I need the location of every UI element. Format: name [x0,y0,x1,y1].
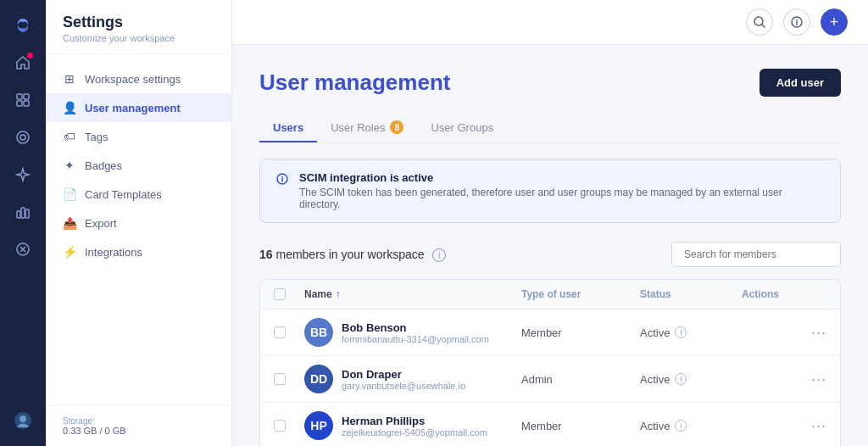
svg-rect-0 [17,94,22,99]
name-column-header: Name ↑ [304,288,521,300]
status-info-icon-0[interactable]: i [675,326,687,338]
search-input[interactable] [671,242,841,267]
main-area: + User management Add user UsersUser Rol… [232,0,868,446]
nav-label-6: Integrations [85,246,142,259]
nav-label-1: User management [85,102,181,114]
sidebar-item-card-templates[interactable]: 📄Card Templates [46,180,231,209]
user-type-2: Member [521,420,640,432]
sparkle-icon[interactable] [8,159,38,190]
sidebar: Settings Customize your workspace ⊞Works… [46,0,232,446]
sidebar-subtitle: Customize your workspace [63,33,214,43]
content-area: User management Add user UsersUser Roles… [232,45,868,446]
nav-icon-5: 📤 [63,216,76,230]
members-count: 16 [259,248,273,261]
logo-icon[interactable] [8,10,38,41]
action-menu-0[interactable]: ··· [742,324,826,342]
icon-rail [0,0,46,446]
status-info-icon-1[interactable]: i [675,373,687,385]
user-type-1: Admin [521,373,640,386]
user-avatar-icon[interactable] [8,405,38,436]
svg-rect-1 [24,94,29,99]
sidebar-title: Settings [63,14,214,31]
tab-label-1: User Roles [331,121,385,134]
scim-title: SCIM integration is active [299,171,825,184]
barchart-icon[interactable] [8,197,38,227]
row-checkbox-0[interactable] [274,326,304,338]
nav-icon-0: ⊞ [63,72,76,86]
status-column-header: Status [640,288,742,300]
home-icon[interactable] [8,47,38,78]
table-header: Name ↑ Type of user Status Actions [260,280,840,309]
nav-icon-6: ⚡ [63,245,76,259]
nav-label-3: Badges [85,159,122,172]
cross-icon[interactable] [8,234,38,265]
avatar-0: BB [304,318,333,347]
nav-label-4: Card Templates [85,188,162,201]
page-header: User management Add user [259,69,841,97]
user-type-0: Member [521,326,640,339]
action-menu-2[interactable]: ··· [742,417,826,435]
members-info-icon[interactable]: i [432,248,446,262]
sort-icon[interactable]: ↑ [336,288,341,300]
user-details-0: Bob Benson fommibanauttu-3314@yopmail.co… [342,321,489,344]
type-column-header: Type of user [521,288,640,300]
svg-rect-6 [17,211,20,218]
avatar-2: HP [304,411,333,440]
circle-icon[interactable] [8,122,38,153]
tab-user-roles[interactable]: User Roles8 [317,114,417,142]
sidebar-footer: Storage: 0.33 GB / 0 GB [46,405,231,446]
tab-user-groups[interactable]: User Groups [417,114,507,142]
search-icon[interactable] [746,8,773,36]
user-name-1: Don Draper [342,368,465,381]
sidebar-item-badges[interactable]: ✦Badges [46,151,231,180]
user-rows: BB Bob Benson fommibanauttu-3314@yopmail… [260,309,840,446]
user-info-1: DD Don Draper gary.vanbutsele@usewhale.i… [304,365,521,393]
add-icon[interactable]: + [821,8,848,36]
svg-rect-7 [21,208,25,218]
user-table: Name ↑ Type of user Status Actions BB Bo… [259,279,841,446]
select-all-checkbox[interactable] [274,288,304,300]
user-status-1: Active i [640,373,742,386]
scim-text: SCIM integration is active The SCIM toke… [299,171,825,210]
sidebar-item-workspace-settings[interactable]: ⊞Workspace settings [46,64,231,93]
user-email-2: zejeikeudogrei-5405@yopmail.com [342,427,487,438]
grid-icon[interactable] [8,85,38,115]
row-checkbox-1[interactable] [274,373,304,385]
topbar: + [232,0,868,45]
action-menu-1[interactable]: ··· [742,371,826,388]
nav-label-5: Export [85,217,117,230]
row-checkbox-2[interactable] [274,420,304,432]
info-icon[interactable] [783,8,810,36]
nav-icon-3: ✦ [63,159,76,172]
table-row: BB Bob Benson fommibanauttu-3314@yopmail… [260,309,840,356]
sidebar-item-export[interactable]: 📤Export [46,209,231,237]
storage-label: Storage: [63,416,214,426]
svg-point-5 [20,135,25,140]
svg-point-11 [19,415,26,422]
user-status-2: Active i [640,420,742,432]
table-row: HP Herman Phillips zejeikeudogrei-5405@y… [260,403,840,446]
user-details-1: Don Draper gary.vanbutsele@usewhale.io [342,368,465,391]
scim-banner: SCIM integration is active The SCIM toke… [259,159,841,223]
nav-icon-4: 📄 [63,187,76,201]
tab-users[interactable]: Users [259,114,317,142]
sidebar-item-user-management[interactable]: 👤User management [46,93,231,122]
tab-badge-1: 8 [390,120,403,134]
nav-label-2: Tags [85,131,108,143]
status-info-icon-2[interactable]: i [675,420,687,432]
sidebar-item-tags[interactable]: 🏷Tags [46,122,231,151]
members-header: 16 members in your workspace i [259,242,841,267]
tab-label-2: User Groups [431,121,493,134]
add-user-button[interactable]: Add user [760,69,841,97]
sidebar-header: Settings Customize your workspace [46,0,231,54]
svg-point-14 [796,20,798,21]
user-email-1: gary.vanbutsele@usewhale.io [342,381,465,391]
svg-rect-3 [24,101,29,106]
scim-info-icon [275,172,289,210]
actions-column-header: Actions [742,288,826,300]
sidebar-item-integrations[interactable]: ⚡Integrations [46,237,231,266]
user-name-2: Herman Phillips [342,415,487,427]
user-email-0: fommibanauttu-3314@yopmail.com [342,334,489,344]
sidebar-nav: ⊞Workspace settings👤User management🏷Tags… [46,54,231,405]
user-name-0: Bob Benson [342,321,489,334]
